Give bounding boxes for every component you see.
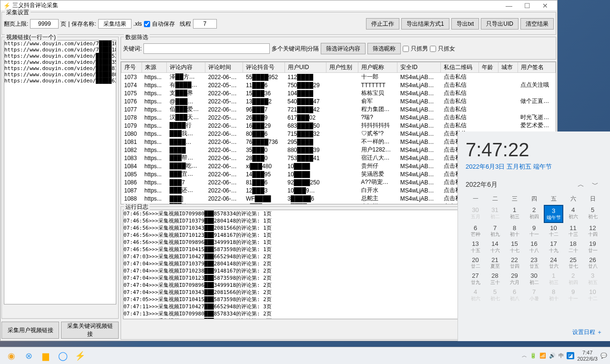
- table-row[interactable]: 1076https...@███…2022-05-…13████2540████…: [122, 97, 556, 105]
- calendar-day[interactable]: 19廿一: [583, 239, 602, 255]
- filter-content-button[interactable]: 筛选评论内容: [321, 43, 366, 54]
- calendar-day[interactable]: 1初三: [544, 271, 563, 287]
- taskbar-explorer-icon[interactable]: ▆: [37, 349, 54, 363]
- calendar-day[interactable]: 5初七: [485, 287, 505, 303]
- minimize-button[interactable]: —: [500, 2, 518, 10]
- taskbar-app2-icon[interactable]: ⊗: [20, 349, 37, 363]
- volume-icon[interactable]: 🔊: [549, 353, 556, 359]
- calendar-day[interactable]: 3初五: [583, 271, 602, 287]
- calendar-day[interactable]: 22廿四: [505, 255, 524, 271]
- calendar-day[interactable]: 9十一: [524, 223, 544, 239]
- calendar-day[interactable]: 16十八: [524, 239, 544, 255]
- calendar-day[interactable]: 4初六: [563, 205, 583, 223]
- table-header[interactable]: 用户性别: [326, 62, 358, 73]
- calendar-day[interactable]: 28三十: [485, 271, 505, 287]
- taskbar-clock[interactable]: 7:47 2022/6/3: [577, 350, 598, 361]
- calendar-day[interactable]: 10十二: [583, 287, 602, 303]
- keyword-input[interactable]: [143, 43, 270, 54]
- only-female-checkbox[interactable]: [430, 46, 436, 52]
- calendar-day[interactable]: 3端午节: [544, 205, 563, 223]
- collect-user-video-button[interactable]: 采集用户视频链接: [1, 322, 59, 339]
- collect-keyword-video-button[interactable]: 采集关键词视频链接: [61, 322, 119, 339]
- table-header[interactable]: 评论抖音号: [243, 62, 285, 73]
- table-row[interactable]: 1079https...████行2022-06-…16███29683████…: [122, 121, 556, 130]
- calendar-day[interactable]: 30五月: [466, 205, 485, 223]
- calendar-day[interactable]: 31初二: [485, 205, 505, 223]
- calendar-day[interactable]: 24廿六: [544, 255, 563, 271]
- export-txt-button[interactable]: 导出txt: [451, 18, 479, 30]
- calendar-day[interactable]: 8初十: [505, 223, 524, 239]
- table-header[interactable]: 年龄: [479, 62, 498, 73]
- calendar-day[interactable]: 17十九: [544, 239, 563, 255]
- calendar-day[interactable]: 14十六: [485, 239, 505, 255]
- taskbar-app1-icon[interactable]: ◉: [3, 349, 20, 363]
- calendar-day[interactable]: 4初六: [466, 287, 485, 303]
- page-limit-input[interactable]: [30, 19, 59, 29]
- calendar-day[interactable]: 30初二: [524, 271, 544, 287]
- calendar-day[interactable]: 25廿七: [563, 255, 583, 271]
- calendar-month[interactable]: 2022年6月: [466, 181, 498, 189]
- table-row[interactable]: 1074https...有████…2022-05-…11███6750████…: [122, 81, 556, 89]
- battery-icon[interactable]: 🔋: [530, 353, 537, 359]
- calendar-day[interactable]: 1初三: [505, 205, 524, 223]
- table-header[interactable]: 安全ID: [397, 62, 441, 73]
- table-header[interactable]: 评论内容: [167, 62, 205, 73]
- video-links-textarea[interactable]: https://www.douyin.com/video/7████105185…: [4, 40, 116, 304]
- only-male-checkbox[interactable]: [403, 46, 409, 52]
- notification-icon[interactable]: 💬: [600, 353, 607, 359]
- calendar-day[interactable]: 5初七: [583, 205, 602, 223]
- calendar-prev-button[interactable]: ︿: [574, 181, 588, 189]
- calendar-day[interactable]: 7小暑: [524, 287, 544, 303]
- table-header[interactable]: 评论时间: [205, 62, 243, 73]
- clear-button[interactable]: 清空结果: [520, 18, 554, 30]
- table-row[interactable]: 1077https...佰███爱…2022-06-…96███7721████…: [122, 105, 556, 113]
- calendar-day[interactable]: 11十三: [563, 223, 583, 239]
- calendar-day[interactable]: 6初八: [505, 287, 524, 303]
- close-button[interactable]: ✕: [536, 2, 554, 10]
- table-header[interactable]: 用户昵称: [358, 62, 397, 73]
- maximize-button[interactable]: ☐: [518, 2, 536, 10]
- calendar-next-button[interactable]: ﹀: [588, 181, 602, 189]
- calendar-day[interactable]: 23廿五: [524, 255, 544, 271]
- export1-button[interactable]: 导出结果方式1: [401, 18, 449, 30]
- calendar-day[interactable]: 8初十: [544, 287, 563, 303]
- stop-button[interactable]: 停止工作: [366, 18, 399, 30]
- table-header[interactable]: 用户签名: [518, 62, 555, 73]
- calendar-day[interactable]: 2初四: [563, 271, 583, 287]
- calendar-day[interactable]: 2初四: [524, 205, 544, 223]
- calendar-day[interactable]: 13十五: [466, 239, 485, 255]
- calendar-day[interactable]: 7初九: [485, 223, 505, 239]
- wifi-icon[interactable]: 📶: [539, 353, 546, 359]
- table-header[interactable]: 来源: [142, 62, 167, 73]
- calendar-day[interactable]: 9十一: [563, 287, 583, 303]
- calendar-day[interactable]: 20廿二: [466, 255, 485, 271]
- table-row[interactable]: 1075https...支███界2022-06-…15███36104████…: [122, 89, 556, 97]
- calendar-day[interactable]: 27廿九: [466, 271, 485, 287]
- ime-icon[interactable]: 中: [559, 352, 564, 359]
- taskbar-browser-icon[interactable]: ◯: [54, 349, 71, 363]
- table-row[interactable]: 1073https...泽██方…2022-06-…55████952112██…: [122, 73, 556, 81]
- filter-nick-button[interactable]: 筛选昵称: [367, 43, 401, 54]
- calendar-day[interactable]: 18二十: [563, 239, 583, 255]
- calendar-day[interactable]: 6芒种: [466, 223, 485, 239]
- calendar-day[interactable]: 10十二: [544, 223, 563, 239]
- taskbar-app-icon[interactable]: ⚡: [71, 349, 89, 363]
- calendar-day[interactable]: 26廿八: [583, 255, 602, 271]
- save-name-input[interactable]: [98, 19, 132, 29]
- auto-save-checkbox[interactable]: [144, 21, 150, 27]
- calendar-day[interactable]: 29六月: [505, 271, 524, 287]
- calendar-day[interactable]: 15十七: [505, 239, 524, 255]
- thread-input[interactable]: [193, 19, 217, 29]
- calendar-day[interactable]: 21夏至: [485, 255, 505, 271]
- tray-app-icon[interactable]: ◪: [567, 352, 574, 359]
- table-header[interactable]: 城市: [498, 62, 518, 73]
- tray-overflow-icon[interactable]: ︿: [522, 352, 527, 359]
- export-uid-button[interactable]: 只导出UID: [481, 18, 518, 30]
- table-header[interactable]: 用户UID: [285, 62, 326, 73]
- set-schedule-link[interactable]: 设置日程 ＋: [572, 328, 602, 336]
- clock-date[interactable]: 2022年6月3日 五月初五 端午节: [466, 162, 602, 171]
- table-row[interactable]: 1078https...汉███天…2022-05-…26███9617███0…: [122, 113, 556, 121]
- calendar-day[interactable]: 12十四: [583, 223, 602, 239]
- table-header[interactable]: 序号: [122, 62, 142, 73]
- table-header[interactable]: 私信二维码: [441, 62, 479, 73]
